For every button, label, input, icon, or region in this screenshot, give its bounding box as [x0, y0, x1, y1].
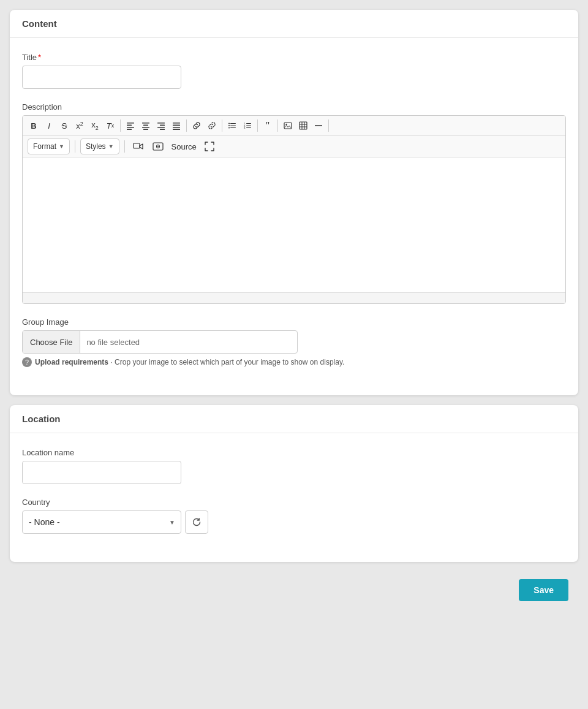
ordered-list-button[interactable]: 1.2.3. — [240, 118, 255, 133]
blockquote-button[interactable]: " — [260, 118, 275, 133]
title-input[interactable] — [22, 66, 181, 89]
toolbar-separator-3 — [222, 119, 222, 132]
source-button[interactable]: Source — [169, 141, 199, 153]
title-label: Title* — [22, 53, 566, 62]
save-button[interactable]: Save — [519, 579, 568, 601]
svg-rect-11 — [160, 129, 165, 131]
location-name-field-group: Location name — [22, 448, 566, 484]
svg-point-18 — [228, 125, 230, 126]
align-left-button[interactable] — [123, 118, 138, 133]
fullscreen-button[interactable] — [202, 139, 217, 154]
editor-statusbar — [23, 292, 565, 303]
svg-rect-30 — [300, 122, 307, 129]
editor-toolbar-row1: B I S x2 x2 Tx — [23, 116, 565, 136]
table-button[interactable] — [296, 118, 311, 133]
upload-hint: ? Upload requirements · Crop your image … — [22, 357, 566, 367]
media-button[interactable] — [130, 139, 147, 154]
media2-button[interactable] — [149, 139, 167, 154]
svg-rect-15 — [173, 129, 180, 131]
content-card: Content Title* Description B I S x2 x2 T… — [10, 10, 578, 395]
svg-rect-4 — [142, 123, 149, 124]
italic-button[interactable]: I — [42, 118, 56, 133]
country-select[interactable]: - None - — [22, 510, 181, 534]
svg-rect-21 — [230, 127, 236, 128]
group-image-field-group: Group Image Choose File no file selected… — [22, 317, 566, 367]
location-name-label: Location name — [22, 448, 566, 457]
svg-rect-0 — [127, 123, 134, 124]
svg-rect-12 — [173, 123, 180, 124]
svg-rect-9 — [160, 125, 165, 126]
align-justify-button[interactable] — [169, 118, 184, 133]
choose-file-button[interactable]: Choose File — [23, 331, 80, 353]
group-image-label: Group Image — [22, 317, 566, 327]
country-row: - None - ▼ — [22, 510, 566, 534]
toolbar-separator-4 — [257, 119, 258, 132]
svg-rect-27 — [246, 127, 251, 128]
superscript-button[interactable]: x2 — [72, 118, 87, 133]
format-dropdown[interactable]: Format ▼ — [28, 138, 70, 154]
toolbar-separator-1 — [120, 119, 121, 132]
upload-hint-text: Upload requirements · Crop your image to… — [35, 358, 344, 366]
svg-rect-17 — [230, 123, 236, 124]
file-name-display: no file selected — [80, 338, 146, 347]
svg-rect-23 — [246, 123, 251, 124]
editor-toolbar-row2: Format ▼ Styles ▼ Source — [23, 136, 565, 157]
title-required: * — [38, 53, 41, 62]
bold-button[interactable]: B — [26, 118, 41, 133]
title-field-group: Title* — [22, 53, 566, 89]
svg-rect-25 — [246, 126, 251, 126]
horizontal-rule-button[interactable] — [311, 118, 326, 133]
svg-point-29 — [285, 124, 287, 125]
toolbar-separator-5 — [277, 119, 278, 132]
clear-format-button[interactable]: Tx — [103, 118, 118, 133]
link-button[interactable] — [189, 118, 204, 133]
svg-rect-7 — [143, 129, 148, 131]
svg-rect-6 — [142, 127, 149, 128]
svg-rect-14 — [173, 127, 180, 128]
svg-rect-2 — [127, 127, 134, 128]
country-label: Country — [22, 498, 566, 507]
svg-point-20 — [228, 127, 230, 129]
unordered-list-button[interactable] — [225, 118, 239, 133]
svg-rect-1 — [127, 125, 132, 126]
file-input-wrapper: Choose File no file selected — [22, 330, 298, 354]
svg-rect-36 — [134, 143, 140, 148]
page-footer: Save — [10, 572, 578, 609]
hint-icon: ? — [22, 357, 32, 367]
location-card-header: Location — [10, 405, 578, 433]
svg-rect-3 — [127, 129, 132, 131]
content-card-header: Content — [10, 10, 578, 38]
editor-content-area[interactable] — [23, 157, 565, 292]
description-field-group: Description B I S x2 x2 Tx — [22, 102, 566, 304]
location-card: Location Location name Country - None - … — [10, 405, 578, 562]
country-refresh-button[interactable] — [185, 510, 208, 534]
svg-point-16 — [228, 123, 230, 124]
svg-point-39 — [157, 146, 159, 147]
svg-rect-10 — [157, 127, 165, 128]
svg-rect-28 — [284, 123, 292, 129]
strikethrough-button[interactable]: S — [57, 118, 72, 133]
description-label: Description — [22, 102, 566, 112]
svg-text:3.: 3. — [244, 126, 246, 129]
subscript-button[interactable]: x2 — [88, 118, 102, 133]
rich-text-editor: B I S x2 x2 Tx — [22, 115, 566, 304]
row2-divider-2 — [124, 140, 125, 153]
unlink-button[interactable] — [205, 118, 219, 133]
svg-rect-8 — [157, 123, 165, 124]
image-button[interactable] — [281, 118, 295, 133]
country-field-group: Country - None - ▼ — [22, 498, 566, 534]
align-right-button[interactable] — [154, 118, 168, 133]
location-name-input[interactable] — [22, 461, 181, 484]
svg-rect-19 — [230, 126, 236, 126]
format-dropdown-arrow: ▼ — [59, 143, 64, 150]
toolbar-separator-2 — [186, 119, 187, 132]
toolbar-separator-6 — [328, 119, 329, 132]
svg-rect-13 — [173, 125, 180, 126]
row2-divider-1 — [75, 140, 75, 153]
styles-dropdown-arrow: ▼ — [108, 143, 114, 150]
styles-dropdown[interactable]: Styles ▼ — [80, 138, 119, 154]
align-center-button[interactable] — [138, 118, 153, 133]
svg-rect-5 — [143, 125, 148, 126]
country-select-wrapper: - None - ▼ — [22, 510, 181, 534]
